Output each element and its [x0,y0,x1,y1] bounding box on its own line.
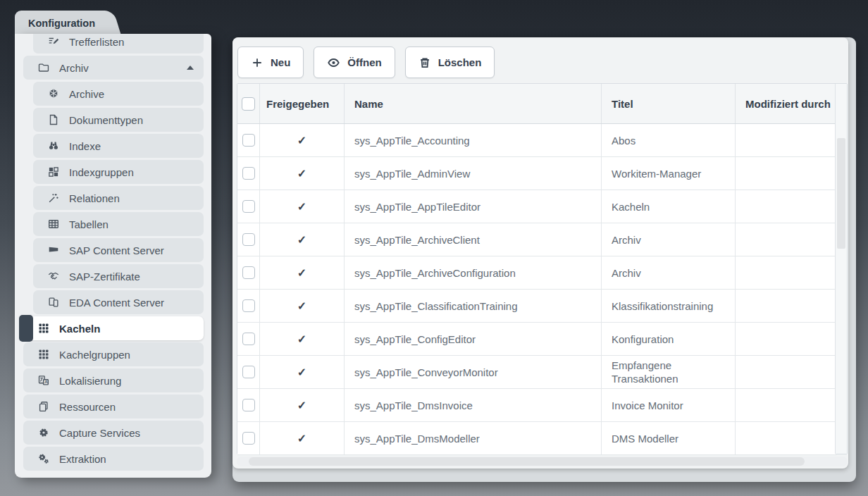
trash-icon [418,56,431,69]
folder-icon [37,61,50,74]
released-check-icon: ✓ [297,167,306,180]
sidebar-item-label: Kachelgruppen [59,349,130,361]
sidebar-item-label: Tabellen [69,218,108,230]
row-checkbox[interactable] [242,134,255,147]
tiles-grid-icon [37,348,50,361]
plus-icon [251,56,264,69]
sidebar-item-relationen[interactable]: Relationen [33,186,204,210]
sidebar-item-label: Extraktion [59,453,106,465]
sidebar-item-ressourcen[interactable]: Ressourcen [23,395,204,418]
sidebar-item-dokumenttypen[interactable]: Dokumenttypen [33,108,204,132]
table-row[interactable]: ✓ sys_AppTile_ConfigEditor Konfiguration [237,323,836,356]
released-check-icon: ✓ [297,200,306,213]
sidebar-item-label: Trefferlisten [69,36,124,48]
released-check-icon: ✓ [297,299,306,313]
delete-button-label: Löschen [438,56,482,68]
column-header-modifiziert-durch[interactable]: Modifiziert durch [736,84,836,123]
collapse-arrow-icon [187,66,194,70]
new-button-label: Neu [271,56,290,68]
sidebar-item-eda-content-server[interactable]: EDA Content Server [33,290,204,314]
cell-title: Klassifikationstraining [602,290,736,323]
gear-icon [37,426,50,439]
sidebar-item-trefferlisten[interactable]: Trefferlisten [33,34,204,54]
wand-icon [47,192,60,204]
sidebar-item-indexgruppen[interactable]: Indexgruppen [33,160,204,184]
vertical-scrollbar-thumb[interactable] [837,138,845,249]
svg-text:A: A [44,379,48,384]
eye-icon [327,56,340,69]
cell-name: sys_AppTile_AdminView [345,157,602,190]
binoculars-icon [47,140,60,152]
released-check-icon: ✓ [297,134,306,147]
table-row[interactable]: ✓ sys_AppTile_DmsModeller DMS Modeller [237,422,836,455]
copy-icon [37,400,50,413]
sidebar-item-archive[interactable]: Archive [33,82,204,106]
cell-modified-by [736,256,836,290]
sidebar-item-extraktion[interactable]: Extraktion [23,447,204,471]
cell-title: DMS Modeller [602,422,736,455]
row-checkbox[interactable] [242,200,255,213]
sidebar-item-sap-content-server[interactable]: SAP Content Server [33,238,204,262]
table-grid-icon [47,218,60,230]
row-checkbox[interactable] [242,167,255,180]
released-check-icon: ✓ [297,432,306,445]
cell-name: sys_AppTile_DmsInvoice [345,389,602,422]
sidebar-item-capture-services[interactable]: Capture Services [23,421,204,445]
table-row[interactable]: ✓ sys_AppTile_AdminView Workitem-Manager [237,157,836,190]
table-row[interactable]: ✓ sys_AppTile_DmsInvoice Invoice Monitor [237,389,836,422]
cell-modified-by [736,223,836,256]
horizontal-scrollbar[interactable] [237,457,848,466]
open-button-label: Öffnen [347,56,381,68]
table-row[interactable]: ✓ sys_AppTile_Accounting Abos [237,124,836,157]
column-header-name[interactable]: Name [345,84,602,123]
horizontal-scrollbar-thumb[interactable] [249,457,805,466]
table-row[interactable]: ✓ sys_AppTile_AppTileEditor Kacheln [237,190,836,223]
row-checkbox[interactable] [242,233,255,246]
column-header-freigegeben[interactable]: Freigegeben [260,84,345,123]
sidebar-item-label: Archive [69,88,104,100]
row-checkbox[interactable] [242,333,255,345]
cell-name: sys_AppTile_ClassificationTraining [345,290,602,323]
table-row[interactable]: ✓ sys_AppTile_ArchiveClient Archiv [237,223,836,256]
cell-modified-by [736,356,836,389]
sidebar-item-kachelgruppen[interactable]: Kachelgruppen [23,342,204,366]
sidebar-item-label: Relationen [69,192,120,204]
main-panel: Neu Öffnen Löschen Freigegeben Name Tite… [232,37,848,469]
gears-icon [37,452,50,465]
tiles-table: Freigegeben Name Titel Modifiziert durch… [237,83,848,454]
sidebar-item-lokalisierung[interactable]: A Lokalisierung [23,368,204,392]
cell-name: sys_AppTile_ConveyorMonitor [345,356,602,389]
package-icon [47,87,60,100]
row-checkbox[interactable] [242,299,255,312]
row-checkbox[interactable] [242,432,255,445]
cell-modified-by [736,290,836,323]
cell-name: sys_AppTile_ConfigEditor [345,323,602,356]
cell-name: sys_AppTile_ArchiveClient [345,223,602,256]
sidebar-item-tabellen[interactable]: Tabellen [33,212,204,236]
vertical-scrollbar[interactable] [835,84,847,454]
row-checkbox[interactable] [242,366,255,378]
table-row[interactable]: ✓ sys_AppTile_ArchiveConfiguration Archi… [237,256,836,290]
handshake-icon [47,270,60,283]
cell-modified-by [736,157,836,190]
select-all-checkbox[interactable] [242,97,255,111]
column-header-titel[interactable]: Titel [602,84,736,123]
cell-modified-by [736,389,836,422]
row-checkbox[interactable] [242,399,255,411]
sidebar-item-kacheln[interactable]: Kacheln [23,316,204,340]
table-row[interactable]: ✓ sys_AppTile_ConveyorMonitor Empfangene… [237,356,836,389]
row-checkbox[interactable] [242,266,255,279]
new-button[interactable]: Neu [237,46,304,78]
sidebar-item-label: Indexe [69,140,101,152]
table-row[interactable]: ✓ sys_AppTile_ClassificationTraining Kla… [237,290,836,323]
sidebar-group-archiv[interactable]: Archiv [23,56,204,80]
delete-button[interactable]: Löschen [405,46,495,78]
released-check-icon: ✓ [297,266,306,280]
sidebar-item-indexe[interactable]: Indexe [33,134,204,158]
tab-label: Konfiguration [28,18,95,29]
open-button[interactable]: Öffnen [314,46,395,78]
sidebar-item-label: Kacheln [59,323,100,335]
desktop-background: Konfiguration Trefferlisten Archiv Archi… [0,0,868,496]
cell-modified-by [736,323,836,356]
sidebar-item-sap-zertifikate[interactable]: SAP-Zertifikate [33,264,204,288]
